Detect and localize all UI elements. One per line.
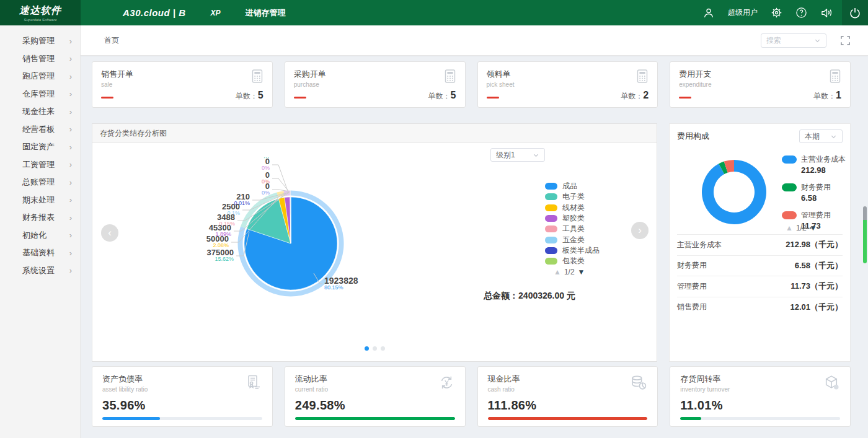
legend-color-pill	[545, 226, 557, 232]
chevron-right-icon: ›	[69, 142, 72, 152]
sidebar-item-总账管理[interactable]: 总账管理›	[0, 173, 80, 191]
username[interactable]: 超级用户	[728, 7, 758, 18]
stat-count: 单数：5	[428, 90, 456, 102]
sidebar-item-label: 固定资产	[22, 141, 55, 152]
pie-legend-item-线材类[interactable]: 线材类	[545, 203, 600, 213]
legend-item-label: 工具类	[562, 224, 585, 234]
ratio-card-current-ratio[interactable]: 流动比率current ratio249.58%	[285, 366, 466, 427]
ratio-card-cash-ratio[interactable]: 现金比率cash ratio111.86%	[477, 366, 658, 427]
sidebar-item-仓库管理[interactable]: 仓库管理›	[0, 85, 80, 103]
pie-legend-item-包装类[interactable]: 包装类	[545, 256, 600, 266]
red-dash	[294, 97, 306, 99]
sidebar-item-初始化[interactable]: 初始化›	[0, 227, 80, 245]
logout-power-button[interactable]	[842, 0, 868, 25]
pie-legend-item-五金类[interactable]: 五金类	[545, 234, 600, 245]
pie-label-main: 192382880.15%	[324, 278, 358, 291]
page-scrollbar[interactable]	[863, 206, 867, 263]
sidebar-item-期末处理[interactable]: 期末处理›	[0, 191, 80, 209]
stat-count-label: 单数：	[428, 92, 451, 100]
ratio-progress-fill	[102, 417, 160, 420]
stat-count-value: 5	[451, 90, 456, 100]
expense-legend-item-财务费用[interactable]: 财务费用6.58	[782, 182, 846, 203]
expense-page-indicator: 1/2	[796, 224, 807, 232]
sidebar: 采购管理›销售管理›跑店管理›仓库管理›现金往来›经营看板›固定资产›工资管理›…	[0, 25, 81, 438]
stat-count-value: 1	[836, 90, 841, 100]
ratio-card-title: 资产负债率	[102, 374, 262, 385]
chevron-down-icon	[533, 152, 539, 159]
ratio-card-subtitle: current ratio	[295, 386, 455, 393]
pie-label-value: 1923828	[324, 278, 358, 284]
pie-legend-item-塑胶类[interactable]: 塑胶类	[545, 213, 600, 224]
expense-page-up[interactable]: ▲	[786, 224, 793, 232]
expense-legend-label: 主营业务成本	[801, 154, 846, 165]
pie-legend-item-成品[interactable]: 成品	[545, 181, 600, 191]
legend-color-pill	[545, 193, 557, 200]
user-icon[interactable]	[702, 7, 715, 19]
period-select[interactable]: 本期	[799, 129, 843, 143]
carousel-prev-button[interactable]: ‹	[101, 224, 118, 242]
calculator-icon	[828, 69, 842, 86]
gear-icon[interactable]	[771, 7, 782, 19]
stat-card-title: 费用开支	[679, 69, 841, 80]
pie-legend-item-电子类[interactable]: 电子类	[545, 191, 600, 202]
sidebar-item-经营看板[interactable]: 经营看板›	[0, 121, 80, 139]
fullscreen-button[interactable]	[840, 35, 851, 46]
expense-row-value: 11.73（千元）	[790, 281, 843, 292]
expense-row-value: 212.98（千元）	[786, 239, 843, 250]
stat-card-pick-sheet[interactable]: 领料单pick sheet单数：2	[477, 61, 658, 108]
ratio-card-inventory-turnover[interactable]: 存货周转率inventory turnover11.01%	[670, 366, 851, 427]
inventory-analysis-panel: 存货分类结存分析图 ⋯ 级别1 成品电子类线材类塑胶类工具类五金类板类半成品包装…	[92, 123, 657, 362]
sidebar-item-label: 财务报表	[22, 212, 55, 223]
ratio-card-asset-libility-ratio[interactable]: 资产负债率asset libility ratio35.96%	[92, 366, 273, 427]
cube-icon	[823, 374, 840, 393]
pie-label: 37500015.62%	[207, 249, 234, 262]
legend-page-up[interactable]: ▲	[554, 268, 561, 276]
sidebar-item-销售管理[interactable]: 销售管理›	[0, 50, 80, 68]
announcement-icon[interactable]	[820, 7, 833, 19]
stat-card-bottom: 单数：1	[679, 90, 841, 102]
expense-page-down[interactable]: ▼	[810, 224, 817, 232]
sidebar-item-label: 经营看板	[22, 124, 55, 135]
help-icon[interactable]	[795, 7, 807, 19]
stat-card-expenditure[interactable]: 费用开支expenditure单数：1	[670, 61, 851, 108]
ratio-card-title: 流动比率	[295, 374, 455, 385]
module-tab-inventory[interactable]: 进销存管理	[246, 7, 286, 19]
sidebar-item-工资管理[interactable]: 工资管理›	[0, 156, 80, 174]
app-logo[interactable]: 速达软件 Superdata Software	[0, 0, 81, 25]
sidebar-item-固定资产[interactable]: 固定资产›	[0, 138, 80, 156]
carousel-dot-3[interactable]	[381, 346, 385, 351]
carousel-dot-2[interactable]	[373, 346, 377, 351]
expense-legend-label: 财务费用	[801, 182, 831, 193]
carousel-next-button[interactable]: ›	[631, 222, 649, 239]
sidebar-item-label: 采购管理	[22, 35, 55, 46]
stat-card-subtitle: expenditure	[679, 81, 841, 88]
chevron-right-icon: ›	[69, 248, 72, 258]
legend-page-down[interactable]: ▼	[578, 268, 585, 276]
inventory-panel-title: 存货分类结存分析图	[92, 124, 657, 143]
pie-legend-item-工具类[interactable]: 工具类	[545, 224, 600, 234]
sidebar-item-基础资料[interactable]: 基础资料›	[0, 244, 80, 262]
stat-card-subtitle: pick sheet	[487, 81, 649, 88]
search-input[interactable]: 搜索	[761, 33, 826, 48]
expense-donut-chart[interactable]	[697, 155, 771, 229]
pie-legend-item-板类半成品[interactable]: 板类半成品	[545, 245, 600, 256]
sidebar-item-系统设置[interactable]: 系统设置›	[0, 262, 80, 280]
expense-panel-title: 费用构成	[677, 131, 709, 142]
stat-card-title: 销售开单	[101, 69, 264, 80]
pie-label-value: 0	[262, 158, 270, 165]
sidebar-item-现金往来[interactable]: 现金往来›	[0, 103, 80, 121]
sidebar-item-跑店管理[interactable]: 跑店管理›	[0, 68, 80, 85]
breadcrumb-home[interactable]: 首页	[104, 35, 119, 46]
sidebar-item-财务报表[interactable]: 财务报表›	[0, 209, 80, 227]
legend-color-pill	[545, 183, 557, 190]
level-select[interactable]: 级别1	[490, 148, 545, 162]
stat-card-sale[interactable]: 销售开单sale单数：5	[92, 61, 273, 108]
sidebar-item-label: 初始化	[22, 230, 46, 241]
sidebar-item-采购管理[interactable]: 采购管理›	[0, 32, 80, 50]
stat-card-purchase[interactable]: 采购开单purchase单数：5	[285, 61, 466, 108]
carousel-dot-1[interactable]	[365, 346, 369, 351]
expense-legend-row: 管理费用	[782, 210, 846, 221]
expense-row-label: 管理费用	[677, 281, 707, 292]
product-name: A30.cloud | B	[123, 7, 186, 18]
expense-legend-item-主营业务成本[interactable]: 主营业务成本212.98	[782, 154, 846, 175]
